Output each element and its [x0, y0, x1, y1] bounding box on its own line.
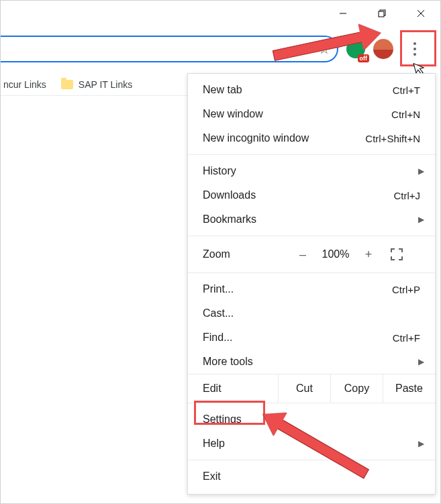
address-bar[interactable]: ☆ — [1, 36, 338, 62]
menu-new-window[interactable]: New window Ctrl+N — [188, 102, 435, 126]
edit-copy-button[interactable]: Copy — [330, 374, 383, 403]
zoom-value: 100% — [315, 248, 356, 260]
bookmarks-bar: ncur Links SAP IT Links — [1, 73, 189, 96]
folder-icon — [61, 80, 73, 89]
zoom-out-button[interactable]: – — [290, 248, 315, 262]
chevron-right-icon: ▶ — [418, 439, 424, 448]
menu-separator — [188, 460, 435, 460]
menu-separator — [188, 236, 435, 236]
menu-separator — [188, 272, 435, 273]
edit-cut-button[interactable]: Cut — [278, 374, 330, 403]
menu-cast[interactable]: Cast... — [188, 301, 435, 325]
menu-exit[interactable]: Exit — [188, 464, 435, 489]
bookmark-folder[interactable]: ncur Links — [3, 79, 46, 90]
menu-downloads[interactable]: Downloads Ctrl+J — [188, 183, 435, 207]
bookmark-folder[interactable]: SAP IT Links — [61, 79, 132, 90]
bookmark-label: ncur Links — [3, 79, 46, 90]
menu-separator — [188, 154, 435, 155]
window-controls — [324, 1, 440, 26]
chevron-right-icon: ▶ — [418, 166, 424, 176]
menu-settings[interactable]: Settings — [188, 407, 435, 432]
menu-help[interactable]: Help ▶ — [188, 432, 435, 456]
menu-incognito[interactable]: New incognito window Ctrl+Shift+N — [188, 126, 435, 150]
menu-more-tools[interactable]: More tools ▶ — [188, 350, 435, 374]
toolbar: ☆ off — [1, 34, 434, 64]
svg-rect-2 — [379, 11, 384, 17]
chevron-right-icon: ▶ — [418, 357, 424, 366]
profile-avatar[interactable] — [373, 39, 393, 59]
menu-bookmarks[interactable]: Bookmarks ▶ — [188, 207, 435, 232]
zoom-in-button[interactable]: + — [356, 248, 381, 262]
close-button[interactable] — [401, 1, 440, 26]
chrome-menu: New tab Ctrl+T New window Ctrl+N New inc… — [187, 73, 436, 495]
chrome-menu-button[interactable] — [401, 36, 428, 62]
menu-find[interactable]: Find... Ctrl+F — [188, 325, 435, 350]
extension-icon[interactable]: off — [346, 40, 365, 58]
maximize-button[interactable] — [362, 1, 401, 26]
menu-new-tab[interactable]: New tab Ctrl+T — [188, 78, 435, 102]
bookmark-label: SAP IT Links — [79, 79, 132, 90]
minimize-button[interactable] — [324, 1, 362, 26]
menu-zoom: Zoom – 100% + — [188, 240, 435, 268]
menu-print[interactable]: Print... Ctrl+P — [188, 277, 435, 301]
edit-paste-button[interactable]: Paste — [383, 374, 435, 403]
menu-edit-row: Edit Cut Copy Paste — [188, 374, 435, 403]
chevron-right-icon: ▶ — [418, 215, 424, 224]
bookmark-star-icon[interactable]: ☆ — [318, 41, 330, 57]
fullscreen-icon[interactable] — [391, 248, 403, 260]
extension-badge: off — [358, 54, 370, 62]
menu-history[interactable]: History ▶ — [188, 159, 435, 183]
